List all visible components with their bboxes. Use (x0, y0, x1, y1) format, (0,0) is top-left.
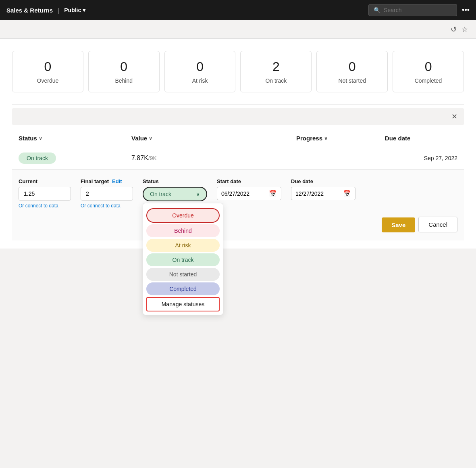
progress-sort-icon: ∨ (324, 136, 328, 141)
on-track-count: 2 (250, 59, 301, 74)
edit-section: Current Or connect to data Final target … (12, 170, 464, 240)
final-target-input[interactable] (81, 187, 133, 201)
manage-statuses-button[interactable]: Manage statuses (146, 297, 220, 311)
star-icon[interactable]: ☆ (461, 25, 468, 34)
due-date-field: Due date 📅 (291, 178, 355, 200)
connect-to-data-link-1[interactable]: Or connect to data (19, 203, 71, 209)
sub-nav-icons: ↺ ☆ (451, 25, 468, 34)
current-label: Current (19, 178, 71, 184)
start-date-label: Start date (217, 178, 281, 184)
nav-divider: | (58, 7, 59, 14)
card-overdue[interactable]: 0 Overdue (12, 51, 83, 92)
on-track-label: On track (250, 77, 301, 84)
status-option-completed[interactable]: Completed (146, 282, 220, 295)
final-target-field: Final target Edit Or connect to data (81, 178, 133, 209)
start-date-input[interactable] (221, 190, 266, 197)
dropdown-chevron-icon: ∨ (196, 191, 200, 197)
completed-count: 0 (403, 59, 454, 74)
summary-cards-container: 0 Overdue 0 Behind 0 At risk 2 On track … (12, 47, 464, 96)
target-value: /9K (148, 155, 157, 161)
due-date-label: Due date (291, 178, 355, 184)
current-field: Current Or connect to data (19, 178, 71, 209)
start-date-input-wrapper: 📅 (217, 187, 281, 200)
close-filter-button[interactable]: ✕ (451, 112, 457, 121)
search-input[interactable] (384, 7, 452, 13)
search-icon: 🔍 (374, 7, 380, 13)
sub-navigation: ↺ ☆ (0, 20, 476, 39)
card-on-track[interactable]: 2 On track (240, 51, 312, 92)
not-started-count: 0 (326, 59, 378, 74)
title-text: Sales & Returns (6, 7, 53, 14)
table-header: Status ∨ Value ∨ Progress ∨ Due date (12, 132, 464, 145)
table-row[interactable]: On track 7.87K/9K Sep 27, 2022 (12, 147, 464, 170)
section-divider (12, 104, 464, 105)
save-button[interactable]: Save (382, 217, 415, 232)
status-dropdown-button[interactable]: On track ∨ (143, 187, 207, 201)
status-dropdown-menu: Overdue Behind At risk On track Not star… (143, 203, 223, 315)
refresh-icon[interactable]: ↺ (451, 25, 457, 34)
at-risk-count: 0 (175, 59, 226, 74)
not-started-label: Not started (326, 77, 378, 84)
due-date-input[interactable] (295, 190, 340, 197)
app-title: Sales & Returns | Public ▾ (6, 7, 85, 14)
filter-bar: ✕ (12, 108, 464, 125)
card-not-started[interactable]: 0 Not started (316, 51, 388, 92)
col-duedate-header: Due date (385, 135, 457, 142)
nav-right-actions: 🔍 ••• (368, 4, 470, 16)
completed-label: Completed (403, 77, 454, 84)
edit-link[interactable]: Edit (112, 178, 122, 184)
row-duedate-cell: Sep 27, 2022 (385, 155, 457, 161)
overdue-count: 0 (22, 59, 73, 74)
card-at-risk[interactable]: 0 At risk (164, 51, 236, 92)
cancel-button[interactable]: Cancel (418, 217, 457, 232)
status-option-not-started[interactable]: Not started (146, 268, 220, 281)
col-progress-header[interactable]: Progress ∨ (296, 135, 385, 142)
status-dropdown-container: On track ∨ Overdue Behind At risk On tra… (143, 187, 207, 201)
card-completed[interactable]: 0 Completed (393, 51, 464, 92)
action-buttons: Save Cancel (19, 217, 457, 232)
status-badge: On track (19, 153, 56, 164)
main-content: 0 Overdue 0 Behind 0 At risk 2 On track … (0, 39, 476, 249)
status-field: Status On track ∨ Overdue Behind At risk… (143, 178, 207, 201)
behind-count: 0 (98, 59, 150, 74)
at-risk-label: At risk (175, 77, 226, 84)
status-option-at-risk[interactable]: At risk (146, 239, 220, 252)
row-value-cell: 7.87K/9K (131, 155, 296, 162)
due-date-calendar-icon[interactable]: 📅 (343, 190, 351, 197)
card-behind[interactable]: 0 Behind (88, 51, 160, 92)
search-container[interactable]: 🔍 (368, 4, 457, 16)
col-value-header[interactable]: Value ∨ (131, 135, 296, 142)
status-option-behind[interactable]: Behind (146, 224, 220, 237)
status-option-on-track[interactable]: On track (146, 253, 220, 266)
status-option-overdue[interactable]: Overdue (146, 208, 220, 223)
status-field-label: Status (143, 178, 207, 184)
edit-fields-row: Current Or connect to data Final target … (19, 178, 457, 209)
final-target-label: Final target Edit (81, 178, 133, 184)
current-value: 7.87K (131, 155, 148, 161)
row-status-cell: On track (19, 153, 131, 164)
col-status-header[interactable]: Status ∨ (19, 135, 131, 142)
status-sort-icon: ∨ (39, 136, 42, 141)
start-date-calendar-icon[interactable]: 📅 (269, 190, 277, 197)
value-sort-icon: ∨ (149, 136, 152, 141)
behind-label: Behind (98, 77, 150, 84)
more-options-button[interactable]: ••• (462, 6, 470, 15)
current-input[interactable] (19, 187, 71, 201)
start-date-field: Start date 📅 (217, 178, 281, 200)
overdue-label: Overdue (22, 77, 73, 84)
connect-to-data-link-2[interactable]: Or connect to data (81, 203, 133, 209)
visibility-selector[interactable]: Public ▾ (64, 7, 85, 13)
top-navigation: Sales & Returns | Public ▾ 🔍 ••• (0, 0, 476, 20)
due-date-input-wrapper: 📅 (291, 187, 355, 200)
